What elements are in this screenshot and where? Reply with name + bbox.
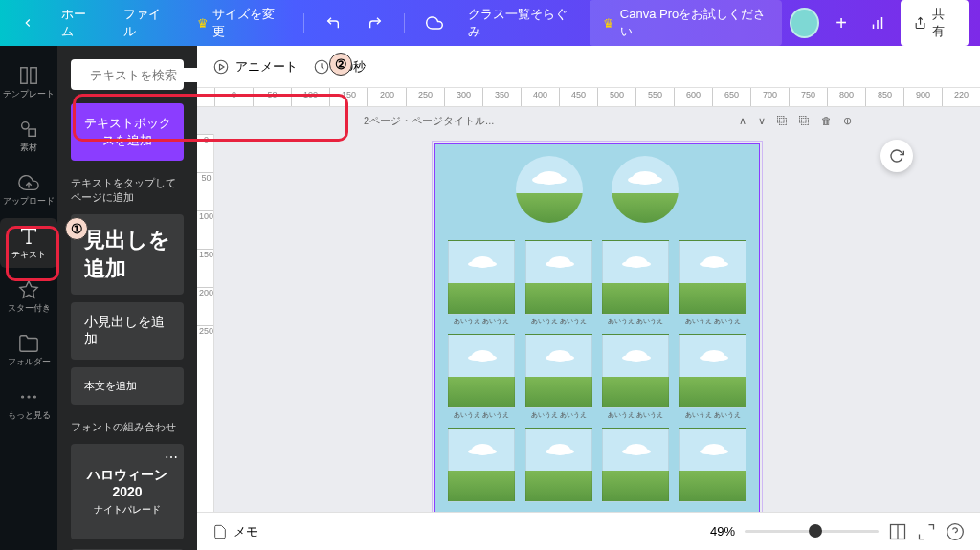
- memo-button[interactable]: メモ: [212, 523, 258, 540]
- svg-marker-10: [20, 280, 37, 297]
- photo-card[interactable]: あいうえ あいうえ: [447, 334, 517, 420]
- photo-card[interactable]: [601, 428, 671, 502]
- delete-page-button[interactable]: 🗑: [821, 115, 832, 127]
- analytics-button[interactable]: [863, 8, 892, 38]
- try-pro-button[interactable]: ♛Canva Proをお試しください: [590, 0, 783, 46]
- share-button[interactable]: 共有: [901, 0, 969, 46]
- photo-card[interactable]: あいうえ あいうえ: [679, 334, 748, 420]
- svg-rect-4: [21, 67, 27, 83]
- add-textbox-button[interactable]: テキストボックスを追加: [71, 103, 184, 161]
- user-avatar[interactable]: [790, 8, 819, 38]
- help-icon[interactable]: [946, 522, 965, 541]
- nav-upload[interactable]: アップロード: [0, 165, 57, 214]
- canvas-toolbar: アニメート 5.0秒: [197, 46, 980, 88]
- nav-elements[interactable]: 素材: [0, 111, 57, 161]
- svg-point-16: [214, 60, 228, 74]
- page-bar: 2ページ・ページタイトル... ∧ ∨ ⿻ ⿻ 🗑 ⊕: [197, 107, 980, 134]
- home-button[interactable]: ホーム: [52, 0, 106, 46]
- file-menu[interactable]: ファイル: [114, 0, 180, 46]
- top-header: ホーム ファイル ♛サイズを変更 クラス一覧そらぐみ ♛Canva Proをお試…: [0, 0, 980, 46]
- animate-icon: [212, 58, 230, 76]
- section-label: テキストをタップしてページに追加: [71, 176, 184, 205]
- nav-text[interactable]: テキスト: [0, 218, 57, 268]
- zoom-percent[interactable]: 49%: [710, 524, 735, 539]
- photo-card[interactable]: [679, 428, 748, 502]
- circle-image[interactable]: [516, 156, 583, 223]
- nav-more[interactable]: もっと見る: [0, 379, 57, 429]
- fullscreen-icon[interactable]: [917, 522, 936, 541]
- photo-card[interactable]: [524, 428, 594, 502]
- page-up-button[interactable]: ∧: [739, 115, 746, 127]
- document-title[interactable]: クラス一覧そらぐみ: [468, 6, 574, 40]
- resize-button[interactable]: ♛サイズを変更: [188, 0, 292, 46]
- crown-icon: ♛: [197, 16, 209, 31]
- add-body-button[interactable]: 本文を追加: [71, 367, 184, 405]
- svg-point-20: [947, 523, 964, 539]
- svg-point-11: [22, 396, 24, 398]
- annotation-2: ②: [329, 53, 352, 76]
- copy-page-button[interactable]: ⿻: [777, 115, 788, 127]
- search-input[interactable]: [90, 68, 197, 82]
- vertical-ruler: 050100150200250: [197, 134, 214, 512]
- circle-image[interactable]: [612, 156, 679, 223]
- duplicate-page-button[interactable]: ⿻: [799, 115, 810, 127]
- annotation-1: ①: [65, 217, 88, 240]
- add-page-button[interactable]: ⊕: [843, 115, 852, 127]
- add-subheading-button[interactable]: 小見出しを追加: [71, 302, 184, 360]
- more-icon[interactable]: ⋯: [165, 450, 178, 465]
- font-combo-label: フォントの組み合わせ: [71, 420, 184, 434]
- zoom-slider[interactable]: [745, 530, 879, 533]
- undo-button[interactable]: [316, 10, 350, 36]
- photo-card[interactable]: あいうえ あいうえ: [524, 240, 594, 326]
- side-navigation: テンプレート 素材 アップロード テキスト スター付き フォルダー もっと見る: [0, 46, 57, 550]
- crown-icon: ♛: [603, 16, 614, 31]
- svg-point-6: [22, 121, 29, 128]
- nav-template[interactable]: テンプレート: [0, 57, 57, 107]
- memo-icon: [212, 524, 228, 539]
- page-down-button[interactable]: ∨: [758, 115, 766, 127]
- design-page[interactable]: あいうえ あいうえ あいうえ あいうえ あいうえ あいうえ あいうえ あいうえ …: [434, 143, 760, 512]
- add-member-button[interactable]: +: [827, 8, 856, 38]
- clock-icon: [313, 58, 330, 76]
- horizontal-ruler: 0501001502002503003504004505005506006507…: [197, 88, 980, 107]
- photo-card[interactable]: あいうえ あいうえ: [524, 334, 594, 420]
- font-combo-card[interactable]: ⋯ハロウィーン2020ナイトパレード: [71, 444, 184, 539]
- redo-button[interactable]: [358, 10, 392, 36]
- page-title[interactable]: 2ページ・ページタイトル...: [364, 114, 494, 128]
- text-panel: テキストボックスを追加 テキストをタップしてページに追加 見出しを追加 小見出し…: [57, 46, 197, 550]
- back-button[interactable]: [11, 11, 44, 35]
- svg-rect-7: [29, 129, 35, 136]
- svg-rect-5: [31, 67, 36, 83]
- nav-starred[interactable]: スター付き: [0, 272, 57, 321]
- grid-view-icon[interactable]: [888, 522, 907, 541]
- svg-point-12: [28, 396, 30, 398]
- search-box[interactable]: [71, 59, 184, 90]
- cloud-sync-icon[interactable]: [416, 9, 453, 37]
- photo-card[interactable]: あいうえ あいうえ: [601, 334, 671, 420]
- nav-folder[interactable]: フォルダー: [0, 325, 57, 375]
- svg-point-13: [34, 396, 36, 398]
- bottom-bar: メモ 49%: [197, 512, 980, 550]
- animate-button[interactable]: アニメート: [212, 58, 298, 76]
- photo-card[interactable]: あいうえ あいうえ: [601, 240, 671, 326]
- photo-card[interactable]: あいうえ あいうえ: [447, 240, 517, 326]
- photo-card[interactable]: [447, 428, 517, 502]
- canvas-area: アニメート 5.0秒 05010015020025030035040045050…: [197, 46, 980, 550]
- refresh-button[interactable]: [880, 140, 913, 172]
- photo-card[interactable]: あいうえ あいうえ: [679, 240, 748, 326]
